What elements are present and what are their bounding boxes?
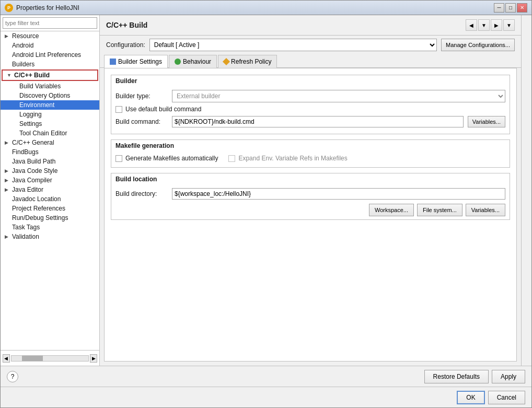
tree-item-label: Project References xyxy=(12,205,65,212)
tree-item-environment[interactable]: Environment xyxy=(1,100,99,110)
tree-item-label: Validation xyxy=(12,233,39,240)
nav-forward-button[interactable]: ▶ xyxy=(491,19,502,31)
help-button[interactable]: ? xyxy=(7,371,18,382)
tree-item-findbugs[interactable]: FindBugs xyxy=(1,147,99,157)
tree-item-java-code-style[interactable]: ▶ Java Code Style xyxy=(1,166,99,176)
builder-type-label: Builder type: xyxy=(115,92,168,100)
makefile-section: Makefile generation Generate Makefiles a… xyxy=(111,139,510,168)
behaviour-tab-icon xyxy=(175,59,181,65)
expand-refs-checkbox[interactable] xyxy=(228,155,235,162)
tree-item-label: Resource xyxy=(12,32,39,40)
build-cmd-input[interactable] xyxy=(172,116,464,127)
main-window: P Properties for HelloJNI ─ □ ✕ ▶ Resour… xyxy=(0,0,532,408)
nav-dropdown-button[interactable]: ▼ xyxy=(478,19,490,31)
scroll-thumb[interactable] xyxy=(22,356,43,361)
main-content: ▶ Resource Android Android Lint Preferen… xyxy=(1,15,531,366)
scroll-track[interactable] xyxy=(11,355,89,362)
tree-item-java-editor[interactable]: ▶ Java Editor xyxy=(1,185,99,194)
tree-item-tool-chain-editor[interactable]: Tool Chain Editor xyxy=(1,129,99,138)
builder-section-content: Builder type: External builder Use defau… xyxy=(111,87,510,134)
tree-item-logging[interactable]: Logging xyxy=(1,110,99,119)
tree-item-project-references[interactable]: Project References xyxy=(1,204,99,213)
right-header: C/C++ Build ◀ ▼ ▶ ▼ xyxy=(100,15,521,36)
tree-item-task-tags[interactable]: Task Tags xyxy=(1,223,99,232)
tab-label: Refresh Policy xyxy=(231,58,271,65)
tree-item-label: Task Tags xyxy=(12,224,40,231)
tree-item-label: Builders xyxy=(12,61,34,68)
expand-arrow: ▼ xyxy=(7,73,14,78)
build-location-buttons: Workspace... File system... Variables... xyxy=(115,204,505,216)
tab-builder-settings[interactable]: Builder Settings xyxy=(104,55,168,68)
tree-item-label: Discovery Options xyxy=(19,92,70,99)
makefile-section-content: Generate Makefiles automatically Expand … xyxy=(111,151,510,167)
nav-forward-dropdown-button[interactable]: ▼ xyxy=(503,19,515,31)
config-row: Configuration: Default [ Active ] Manage… xyxy=(100,36,521,54)
build-location-title: Build location xyxy=(111,173,510,185)
content-area: Builder Builder type: External builder xyxy=(104,68,517,362)
right-panel-title: C/C++ Build xyxy=(106,21,147,29)
tree-item-android-lint[interactable]: Android Lint Preferences xyxy=(1,50,99,60)
builder-section-title: Builder xyxy=(111,75,510,87)
filter-box xyxy=(1,15,99,31)
tree-item-label: Javadoc Location xyxy=(12,195,61,203)
tree-item-settings[interactable]: Settings xyxy=(1,119,99,129)
use-default-checkbox[interactable] xyxy=(115,106,122,113)
tree-item-java-build-path[interactable]: Java Build Path xyxy=(1,157,99,166)
tree-item-build-variables[interactable]: Build Variables xyxy=(1,81,99,91)
tree-item-label: Android Lint Preferences xyxy=(12,51,81,59)
window-controls: ─ □ ✕ xyxy=(494,3,527,13)
tree-item-builders[interactable]: Builders xyxy=(1,60,99,69)
tree-item-label: Java Code Style xyxy=(12,167,57,174)
tree-item-label: Settings xyxy=(19,120,42,127)
expand-arrow: ▶ xyxy=(5,187,12,192)
footer-left: ? xyxy=(7,371,18,382)
tree-item-label: Java Compiler xyxy=(12,177,52,184)
apply-button[interactable]: Apply xyxy=(492,370,525,383)
footer-right: Restore Defaults Apply xyxy=(424,370,525,383)
builder-settings-tab-icon xyxy=(110,59,116,65)
close-button[interactable]: ✕ xyxy=(517,3,527,13)
filter-input[interactable] xyxy=(3,17,97,29)
tree-item-resource[interactable]: ▶ Resource xyxy=(1,31,99,41)
config-select[interactable]: Default [ Active ] xyxy=(149,39,437,51)
tree-item-run-debug[interactable]: Run/Debug Settings xyxy=(1,213,99,223)
tree-item-java-compiler[interactable]: ▶ Java Compiler xyxy=(1,176,99,185)
generate-makefiles-checkbox[interactable] xyxy=(115,155,122,162)
scroll-left-button[interactable]: ◀ xyxy=(3,354,10,363)
build-cmd-variables-button[interactable]: Variables... xyxy=(468,116,505,127)
build-dir-input[interactable] xyxy=(172,188,505,200)
tree-item-discovery-options[interactable]: Discovery Options xyxy=(1,91,99,100)
tree-item-android[interactable]: Android xyxy=(1,41,99,50)
workspace-button[interactable]: Workspace... xyxy=(369,204,414,216)
builder-type-select[interactable]: External builder xyxy=(172,90,505,102)
scroll-bar-container: ◀ ▶ xyxy=(1,350,99,366)
footer-bar: ? Restore Defaults Apply xyxy=(1,366,531,387)
restore-defaults-button[interactable]: Restore Defaults xyxy=(424,370,489,383)
build-dir-row: Build directory: xyxy=(115,188,505,200)
right-side-panel xyxy=(521,15,531,366)
scroll-right-button[interactable]: ▶ xyxy=(90,354,97,363)
tree-item-cpp-general[interactable]: ▶ C/C++ General xyxy=(1,138,99,147)
tab-refresh-policy[interactable]: Refresh Policy xyxy=(218,55,277,68)
builder-section: Builder Builder type: External builder xyxy=(111,75,510,134)
tree-item-validation[interactable]: ▶ Validation xyxy=(1,232,99,241)
minimize-button[interactable]: ─ xyxy=(494,3,504,13)
maximize-button[interactable]: □ xyxy=(505,3,516,13)
manage-configurations-button[interactable]: Manage Configurations... xyxy=(441,39,515,51)
build-loc-variables-button[interactable]: Variables... xyxy=(466,204,505,216)
ok-button[interactable]: OK xyxy=(457,391,484,404)
tab-behaviour[interactable]: Behaviour xyxy=(169,55,217,68)
nav-back-button[interactable]: ◀ xyxy=(466,19,477,31)
tree-item-cpp-build[interactable]: ▼ C/C++ Build xyxy=(2,69,98,81)
tree-item-label: Java Build Path xyxy=(12,158,55,165)
tree-area: ▶ Resource Android Android Lint Preferen… xyxy=(1,31,99,350)
left-panel: ▶ Resource Android Android Lint Preferen… xyxy=(1,15,100,366)
expand-arrow: ▶ xyxy=(5,168,12,173)
tree-item-label: Logging xyxy=(19,111,42,118)
tree-item-label: Environment xyxy=(19,101,54,109)
cancel-button[interactable]: Cancel xyxy=(488,391,525,404)
tree-item-javadoc-location[interactable]: Javadoc Location xyxy=(1,194,99,204)
build-location-content: Build directory: Workspace... File syste… xyxy=(111,185,510,219)
generate-makefiles-label: Generate Makefiles automatically xyxy=(125,155,218,162)
file-system-button[interactable]: File system... xyxy=(417,204,462,216)
